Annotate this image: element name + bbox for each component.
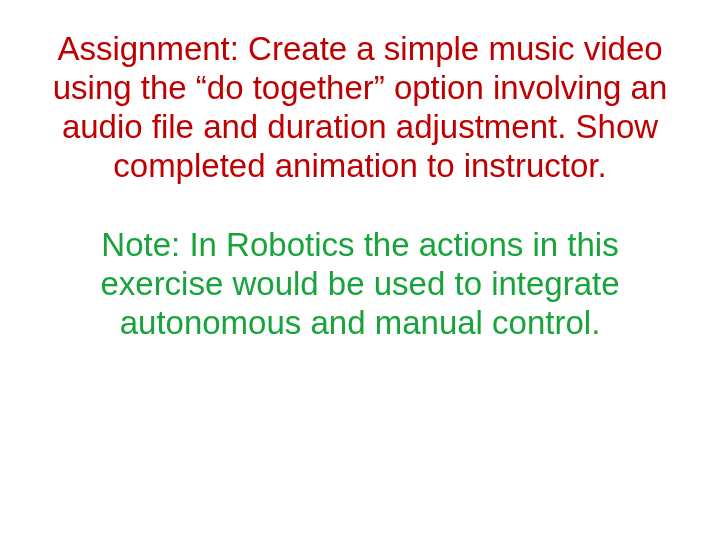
- slide: Assignment: Create a simple music video …: [0, 0, 720, 540]
- assignment-text: Assignment: Create a simple music video …: [18, 30, 702, 186]
- note-text: Note: In Robotics the actions in this ex…: [18, 226, 702, 343]
